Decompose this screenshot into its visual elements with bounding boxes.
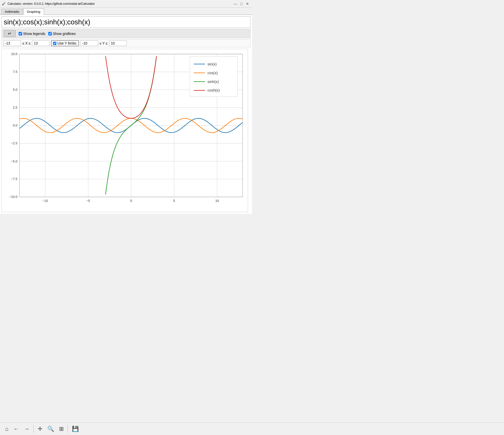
title-bar-controls: — □ ✕ xyxy=(233,1,250,6)
svg-text:5: 5 xyxy=(173,199,175,203)
legend-sinh-label: sinh(x) xyxy=(207,79,219,84)
limits-row: ≤ X ≤ Use Y limits: ≤ Y ≤ xyxy=(2,39,250,47)
svg-text:−5.0: −5.0 xyxy=(11,159,18,163)
chart-container: 10.0 7.5 5.0 2.5 0.0 −2.5 −5.0 −7.5 −10.… xyxy=(2,49,248,212)
y-max-input[interactable] xyxy=(109,40,127,46)
tab-arithmetic[interactable]: Arithmetic xyxy=(1,9,23,15)
close-button[interactable]: ✕ xyxy=(245,1,250,6)
minimize-button[interactable]: — xyxy=(233,1,238,6)
window-title: Calculator, version: 0.0.0.1; https://gi… xyxy=(8,2,95,6)
legend-cosh-label: cosh(x) xyxy=(207,88,220,92)
x-max-input[interactable] xyxy=(32,40,50,46)
controls-row: ↵ Show legends Show gridlines xyxy=(2,29,250,38)
svg-text:−5: −5 xyxy=(86,199,90,203)
svg-text:−10: −10 xyxy=(43,199,48,203)
svg-text:10: 10 xyxy=(215,199,219,203)
x-min-input[interactable] xyxy=(3,40,21,46)
maximize-button[interactable]: □ xyxy=(239,1,244,6)
svg-text:−10.0: −10.0 xyxy=(9,195,18,199)
title-bar: 🖊 Calculator, version: 0.0.0.1; https://… xyxy=(0,0,252,8)
y-leq-label: ≤ Y ≤ xyxy=(100,41,108,45)
svg-text:0: 0 xyxy=(130,199,132,203)
app-icon: 🖊 xyxy=(2,2,6,6)
tab-graphing[interactable]: Graphing xyxy=(23,9,44,15)
formula-input[interactable] xyxy=(2,16,250,28)
svg-text:2.5: 2.5 xyxy=(13,106,17,109)
enter-button[interactable]: ↵ xyxy=(4,30,16,37)
legend-sin-label: sin(x) xyxy=(207,62,217,66)
show-legends-checkbox[interactable] xyxy=(19,32,22,35)
svg-text:−2.5: −2.5 xyxy=(11,141,18,145)
svg-text:7.5: 7.5 xyxy=(13,70,17,74)
show-legends-label[interactable]: Show legends xyxy=(19,32,45,36)
legend-cos-label: cos(x) xyxy=(207,71,218,75)
svg-text:10.0: 10.0 xyxy=(11,52,17,56)
svg-text:−7.5: −7.5 xyxy=(11,177,18,181)
y-min-input[interactable] xyxy=(80,40,98,46)
svg-text:0.0: 0.0 xyxy=(13,123,17,127)
use-y-limits-checkbox[interactable] xyxy=(53,42,56,45)
show-gridlines-checkbox[interactable] xyxy=(48,32,52,35)
title-bar-left: 🖊 Calculator, version: 0.0.0.1; https://… xyxy=(2,2,95,6)
use-y-limits-label[interactable]: Use Y limits: xyxy=(51,40,79,46)
tab-bar: Arithmetic Graphing xyxy=(0,8,252,15)
x-leq-label: ≤ X ≤ xyxy=(22,41,30,45)
chart-svg: 10.0 7.5 5.0 2.5 0.0 −2.5 −5.0 −7.5 −10.… xyxy=(2,49,248,212)
content-area: ↵ Show legends Show gridlines ≤ X ≤ Use … xyxy=(0,15,252,214)
show-gridlines-label[interactable]: Show gridlines xyxy=(48,32,76,36)
svg-text:5.0: 5.0 xyxy=(13,88,17,92)
